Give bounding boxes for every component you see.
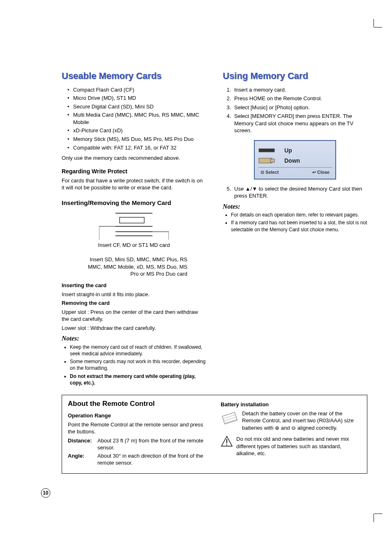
angle-label: Angle: xyxy=(68,452,97,467)
note-item: Some memory cards may not work in this r… xyxy=(62,358,206,371)
note-item: If a memory card has not been inserted t… xyxy=(223,219,367,233)
remove-upper-text: Upper slot : Press on the center of the … xyxy=(62,309,206,323)
operation-range-text: Point the Remote Control at the remote s… xyxy=(68,421,208,435)
slot-lower-caption: Insert SD, Mini SD, MMC, MMC Plus, RS MM… xyxy=(81,256,187,278)
heading-useable-memory-cards: Useable Memory Cards xyxy=(62,70,206,82)
inserting-card-text: Insert straight-in until it fits into pl… xyxy=(62,291,206,298)
inserting-card-title: Inserting the card xyxy=(62,282,106,288)
battery-warning-text: Do not mix old and new batteries and nev… xyxy=(236,435,361,457)
step-item: Press HOME on the Remote Control. xyxy=(233,95,367,102)
page-number: 10 xyxy=(41,488,50,497)
battery-install-title: Battery installation xyxy=(221,401,361,408)
svg-rect-1 xyxy=(120,217,144,223)
notes-list: Keep the memory card out of reach of chi… xyxy=(62,344,206,386)
svg-line-15 xyxy=(224,419,237,423)
menu-close-hint: ↩ Close xyxy=(312,169,330,175)
step-item: Select [MEMORY CARD] then press ENTER. T… xyxy=(233,113,367,134)
list-item: Secure Digital Card (SD), Mini SD xyxy=(62,103,206,111)
notes-heading: Notes: xyxy=(62,334,206,343)
svg-rect-9 xyxy=(259,149,274,152)
list-item: Compact Flash Card (CF) xyxy=(62,86,206,94)
menu-down-label: Down xyxy=(284,157,300,165)
note-item: Do not extract the memory card while ope… xyxy=(62,373,206,386)
svg-line-14 xyxy=(224,417,236,421)
step-item: Use ▲/▼ to select the desired Memory Car… xyxy=(233,185,367,200)
heading-insert-remove: Inserting/Removing the Memory Card xyxy=(62,199,206,207)
svg-line-13 xyxy=(223,415,235,419)
steps-list-cont: Use ▲/▼ to select the desired Memory Car… xyxy=(223,185,367,200)
notes-heading: Notes: xyxy=(223,202,367,211)
slot-diagram: Insert CF, MD or ST1 MD card Insert SD, … xyxy=(81,211,187,278)
angle-text: About 30° in each direction of the front… xyxy=(97,452,208,467)
distance-text: About 23 ft (7 m) from the front of the … xyxy=(97,437,208,451)
note-item: For details on each operation item, refe… xyxy=(223,212,367,218)
battery-install-text: Detach the battery cover on the rear of … xyxy=(242,410,361,432)
list-item: Compatible with: FAT 12, FAT 16, or FAT … xyxy=(62,144,206,152)
step-item: Insert a memory card. xyxy=(233,86,367,94)
card-slot-down-icon xyxy=(258,157,276,164)
svg-rect-10 xyxy=(259,158,272,163)
list-item: Memory Stick (MS), MS Duo, MS Pro, MS Pr… xyxy=(62,136,206,143)
list-item: Micro Drive (MD), ST1 MD xyxy=(62,94,206,102)
distance-label: Distance: xyxy=(68,437,97,451)
card-slot-up-icon xyxy=(258,147,276,154)
removing-card-title: Removing the card xyxy=(62,300,110,306)
operation-range-title: Operation Range xyxy=(68,412,208,419)
notes-list: For details on each operation item, refe… xyxy=(223,212,367,233)
warning-icon xyxy=(221,435,233,449)
heading-about-remote: About the Remote Control xyxy=(68,399,208,409)
memory-card-list: Compact Flash Card (CF) Micro Drive (MD)… xyxy=(62,86,206,151)
write-protect-text: For cards that have a write protect swit… xyxy=(62,177,206,191)
menu-select-hint: ⊙ Select xyxy=(261,169,279,175)
steps-list: Insert a memory card. Press HOME on the … xyxy=(223,86,367,134)
svg-point-18 xyxy=(226,444,227,445)
step-item: Select [Music] or [Photo] option. xyxy=(233,104,367,111)
battery-compartment-icon xyxy=(221,410,239,428)
slot-upper-caption: Insert CF, MD or ST1 MD card xyxy=(81,242,187,249)
list-item: Multi Media Card (MMC), MMC Plus, RS MMC… xyxy=(62,111,206,126)
list-item: xD-Picture Card (xD) xyxy=(62,127,206,134)
note-item: Keep the memory card out of reach of chi… xyxy=(62,344,206,357)
svg-rect-11 xyxy=(270,159,274,162)
heading-write-protect: Regarding Write Protect xyxy=(62,168,206,175)
remove-lower-text: Lower slot : Withdraw the card carefully… xyxy=(62,325,206,332)
slot-choice-menu: Up Down ⊙ Select ↩ Close xyxy=(254,140,336,180)
heading-using-memory-card: Using Memory Card xyxy=(223,70,367,82)
only-use-text: Only use the memory cards recommended ab… xyxy=(62,154,206,162)
menu-up-label: Up xyxy=(284,147,292,154)
